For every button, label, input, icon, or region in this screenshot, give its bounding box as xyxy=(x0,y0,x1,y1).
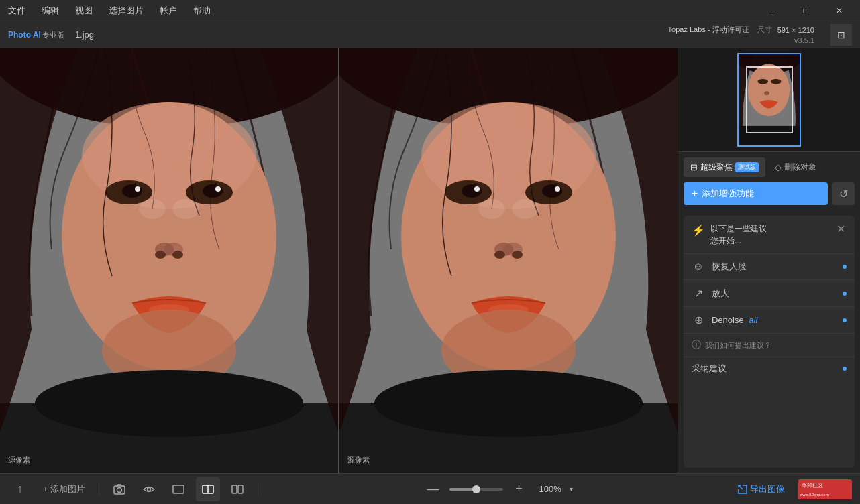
source-label-left: 源像素 xyxy=(8,455,30,465)
svg-text:www.52cnp.com: www.52cnp.com xyxy=(799,493,829,497)
export-button[interactable]: 导出图像 xyxy=(733,481,790,498)
add-photo-button[interactable]: + 添加图片 xyxy=(38,481,91,498)
export-icon xyxy=(738,485,747,494)
menu-view[interactable]: 视图 xyxy=(72,3,95,18)
minimize-button[interactable]: ─ xyxy=(757,0,788,21)
menu-edit[interactable]: 编辑 xyxy=(39,3,62,18)
menu-file[interactable]: 文件 xyxy=(5,3,28,18)
rect-button[interactable] xyxy=(166,477,191,501)
thumbnail-svg xyxy=(739,54,800,145)
add-enhance-button[interactable]: + 添加增强功能 xyxy=(684,182,828,205)
window-controls: ─ □ ✕ xyxy=(757,0,855,21)
suggestions-header: ⚡ 以下是一些建议 您开始... ✕ xyxy=(684,216,855,253)
svg-point-45 xyxy=(758,79,769,84)
suggestion-enlarge[interactable]: ↗ 放大 xyxy=(684,279,855,306)
tab-remove-object[interactable]: ◇ 删除对象 xyxy=(768,158,823,177)
svg-rect-52 xyxy=(173,485,184,493)
suggestions-title: 以下是一些建议 您开始... xyxy=(710,223,830,247)
upload-button[interactable]: ↑ xyxy=(8,477,32,501)
svg-point-40 xyxy=(478,199,505,219)
compare-button[interactable] xyxy=(225,477,250,501)
svg-point-8 xyxy=(135,186,140,192)
header-info: Topaz Labs - 浮动许可证 尺寸 591 × 1210 v3.5.1 xyxy=(668,25,814,44)
svg-text:华卯社区: 华卯社区 xyxy=(802,483,823,489)
svg-point-29 xyxy=(474,186,480,192)
how-suggestions-row: ⓘ 我们如何提出建议？ xyxy=(684,333,855,357)
tab-super-focus[interactable]: ⊞ 超级聚焦 测试版 xyxy=(684,158,765,177)
suggestion-restore-face[interactable]: ☺ 恢复人脸 xyxy=(684,253,855,279)
camera-icon xyxy=(113,483,125,495)
svg-point-39 xyxy=(374,370,643,437)
split-icon xyxy=(202,485,214,494)
denoise-icon: ⊕ xyxy=(692,314,705,326)
rotate-icon: ↺ xyxy=(839,188,848,200)
test-version-badge: 测试版 xyxy=(735,162,759,172)
thumbnail-area xyxy=(678,48,860,152)
rect-icon xyxy=(172,485,184,494)
photo-right xyxy=(339,48,678,473)
main-area: 源像素 xyxy=(0,48,860,473)
watermark-logo: 华卯社区 www.52cnp.com xyxy=(798,479,852,499)
accept-suggestions-row[interactable]: 采纳建议 xyxy=(684,357,855,380)
file-name: 1.jpg xyxy=(75,29,94,40)
app-title: Photo AI专业版 xyxy=(8,29,64,40)
svg-point-46 xyxy=(771,79,782,84)
split-view-button[interactable] xyxy=(196,477,220,501)
suggestion-dot-face xyxy=(843,265,847,269)
maximize-button[interactable]: □ xyxy=(790,0,821,21)
zoom-chevron[interactable]: ▾ xyxy=(570,485,573,493)
zoom-slider-thumb[interactable] xyxy=(472,485,480,493)
svg-point-9 xyxy=(215,186,221,192)
menu-bar: 文件 编辑 视图 选择图片 帐户 帮助 xyxy=(5,3,757,18)
separator-1 xyxy=(99,483,99,496)
face-svg-left xyxy=(0,48,338,473)
eye-icon xyxy=(143,485,155,494)
face-icon: ☺ xyxy=(692,261,705,273)
suggestion-dot-enlarge xyxy=(843,292,847,296)
lightning-icon: ⚡ xyxy=(692,224,705,237)
menu-account[interactable]: 帐户 xyxy=(157,3,180,18)
svg-point-41 xyxy=(512,199,539,219)
bottom-bar: ↑ + 添加图片 — xyxy=(0,473,860,504)
zoom-slider[interactable] xyxy=(449,488,503,491)
thumbnail-image xyxy=(737,53,801,147)
watermark-svg: 华卯社区 www.52cnp.com xyxy=(798,479,852,499)
camera-button[interactable] xyxy=(107,477,131,501)
suggestion-denoise[interactable]: ⊕ Denoise all xyxy=(684,306,855,333)
suggestion-dot-denoise xyxy=(843,318,847,322)
svg-rect-48 xyxy=(739,126,800,145)
rotate-button[interactable]: ↺ xyxy=(832,182,855,205)
svg-rect-55 xyxy=(232,485,237,493)
separator-2 xyxy=(258,483,258,496)
svg-point-34 xyxy=(512,251,523,259)
remove-obj-icon: ◇ xyxy=(775,162,782,172)
suggestions-panel: ⚡ 以下是一些建议 您开始... ✕ ☺ 恢复人脸 ↗ 放大 ⊕ xyxy=(684,216,855,468)
title-bar: 文件 编辑 视图 选择图片 帐户 帮助 ─ □ ✕ xyxy=(0,0,860,21)
menu-help[interactable]: 帮助 xyxy=(191,3,213,18)
header-bar: Photo AI专业版 1.jpg Topaz Labs - 浮动许可证 尺寸 … xyxy=(0,21,860,48)
zoom-controls: — + 100% ▾ xyxy=(421,477,573,501)
tabs-row: ⊞ 超级聚焦 测试版 ◇ 删除对象 xyxy=(678,152,860,177)
info-icon: ⓘ xyxy=(692,339,701,351)
right-panel: ⊞ 超级聚焦 测试版 ◇ 删除对象 + 添加增强功能 ↺ ⚡ xyxy=(678,48,860,473)
zoom-value: 100% xyxy=(535,484,566,494)
accept-dot xyxy=(843,367,847,371)
watermark: 华卯社区 www.52cnp.com xyxy=(798,479,852,499)
svg-point-19 xyxy=(139,199,166,219)
photo-left xyxy=(0,48,338,473)
face-svg-right xyxy=(339,48,678,473)
compare-icon xyxy=(231,485,244,494)
svg-point-51 xyxy=(148,487,151,491)
svg-point-13 xyxy=(172,251,183,259)
svg-point-44 xyxy=(748,64,790,117)
plus-icon: + xyxy=(692,188,698,200)
close-button[interactable]: ✕ xyxy=(824,0,855,21)
zoom-minus-button[interactable]: — xyxy=(421,477,445,501)
eye-button[interactable] xyxy=(137,477,161,501)
svg-point-47 xyxy=(764,91,769,95)
menu-select-image[interactable]: 选择图片 xyxy=(106,3,146,18)
zoom-plus-button[interactable]: + xyxy=(507,477,531,501)
close-suggestions-button[interactable]: ✕ xyxy=(835,223,847,235)
svg-point-33 xyxy=(494,251,505,259)
fit-button[interactable]: ⊡ xyxy=(830,24,852,46)
